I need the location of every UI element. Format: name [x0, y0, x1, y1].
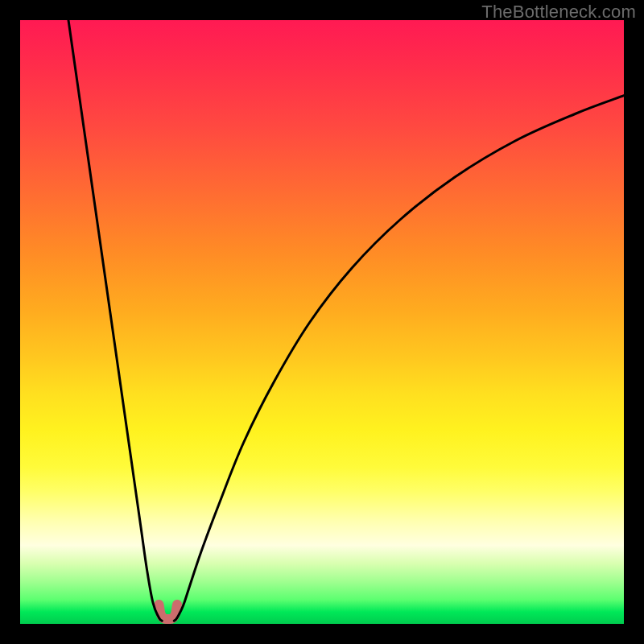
curve-layer: [20, 20, 624, 624]
curve-right-branch: [174, 96, 624, 621]
chart-frame: TheBottleneck.com: [0, 0, 644, 644]
curve-left-branch: [68, 20, 162, 621]
valley-marker: [159, 605, 178, 619]
plot-area: [20, 20, 624, 624]
